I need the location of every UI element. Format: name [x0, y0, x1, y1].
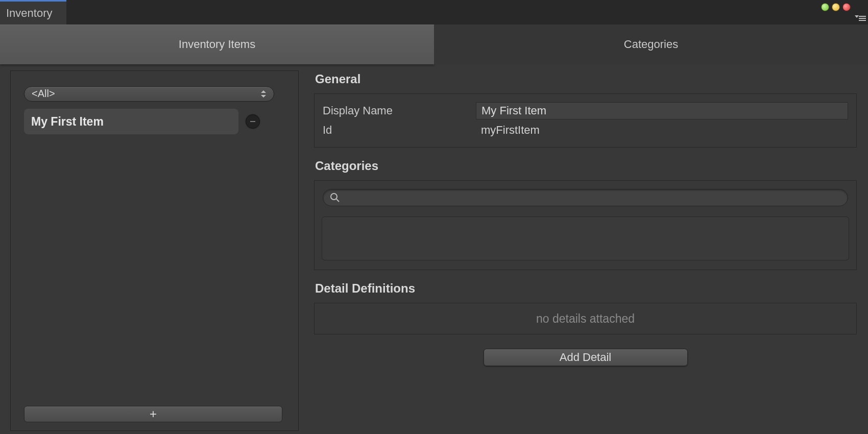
tab-label: Categories: [624, 38, 678, 51]
add-detail-label: Add Detail: [560, 351, 612, 364]
detail-panel: General Display Name Id myFirstItem Cate…: [299, 70, 868, 434]
category-search-wrap: [323, 189, 848, 206]
window-traffic-lights: [821, 3, 851, 11]
assigned-categories-area[interactable]: [322, 216, 849, 260]
dropdown-chevron-icon: [259, 89, 268, 99]
section-title-detail-definitions: Detail Definitions: [315, 281, 857, 296]
id-label: Id: [323, 124, 476, 137]
search-icon: [330, 192, 340, 203]
svg-line-5: [336, 199, 339, 202]
item-list-entry[interactable]: My First Item: [24, 109, 238, 134]
item-label: My First Item: [31, 115, 104, 129]
add-detail-button[interactable]: Add Detail: [484, 349, 688, 366]
section-title-categories: Categories: [315, 159, 857, 173]
section-title-general: General: [315, 72, 857, 86]
field-display-name: Display Name: [323, 101, 848, 120]
item-list-panel: <All> My First Item +: [10, 70, 299, 431]
svg-point-4: [331, 194, 337, 200]
minimize-icon[interactable]: [821, 3, 829, 11]
display-name-label: Display Name: [323, 104, 476, 117]
categories-box: [314, 180, 857, 270]
svg-rect-0: [859, 16, 866, 17]
content-area: <All> My First Item + General Display Na…: [0, 64, 868, 434]
svg-rect-2: [859, 20, 866, 21]
close-icon[interactable]: [842, 3, 851, 11]
major-tab-bar: Inventory Items Categories: [0, 25, 868, 64]
tab-categories[interactable]: Categories: [434, 25, 868, 64]
context-menu-icon[interactable]: [854, 14, 866, 22]
tab-inventory-items[interactable]: Inventory Items: [0, 25, 434, 64]
id-value: myFirstItem: [476, 124, 540, 137]
general-box: Display Name Id myFirstItem: [314, 93, 857, 148]
svg-rect-3: [250, 121, 255, 122]
category-search-input[interactable]: [323, 189, 848, 206]
field-id: Id myFirstItem: [323, 120, 848, 140]
maximize-icon[interactable]: [832, 3, 840, 11]
display-name-input[interactable]: [476, 102, 848, 119]
add-item-button[interactable]: +: [24, 406, 282, 422]
filter-selected-label: <All>: [32, 88, 55, 99]
category-filter-dropdown[interactable]: <All>: [24, 86, 274, 102]
document-tab-label: Inventory: [6, 7, 53, 20]
details-box: no details attached: [314, 303, 857, 334]
remove-item-button[interactable]: [246, 114, 260, 129]
document-tab-inventory[interactable]: Inventory: [0, 0, 66, 25]
svg-rect-1: [859, 18, 866, 19]
plus-icon: +: [150, 407, 157, 421]
tab-label: Inventory Items: [179, 38, 255, 51]
item-row: My First Item: [24, 109, 289, 134]
no-details-label: no details attached: [536, 312, 635, 326]
window-chrome: Inventory: [0, 0, 868, 25]
